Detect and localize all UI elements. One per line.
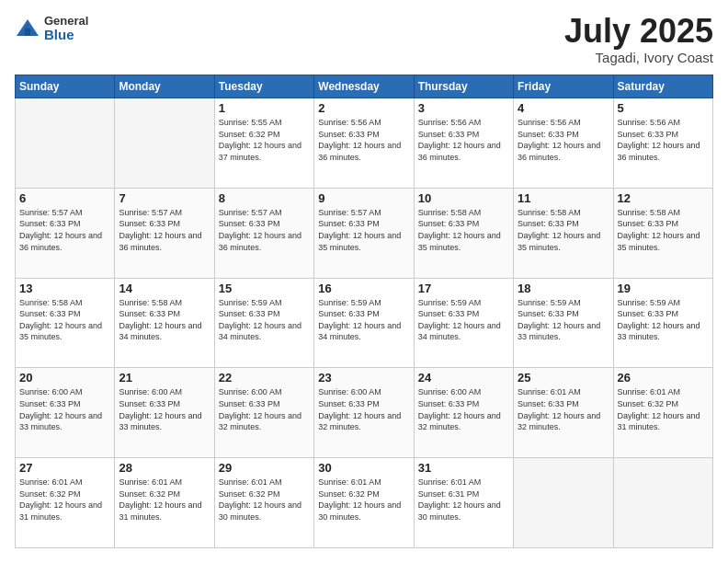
day-number: 10	[418, 191, 509, 205]
day-number: 24	[418, 371, 509, 385]
calendar-cell: 27Sunrise: 6:01 AMSunset: 6:32 PMDayligh…	[16, 458, 115, 548]
day-number: 29	[219, 461, 310, 475]
logo: General Blue	[15, 15, 88, 43]
weekday-header: Wednesday	[314, 75, 414, 98]
day-number: 1	[219, 101, 310, 115]
logo-text: General Blue	[44, 15, 88, 43]
calendar-cell: 17Sunrise: 5:59 AMSunset: 6:33 PMDayligh…	[414, 278, 513, 368]
day-number: 4	[518, 101, 609, 115]
day-info: Sunrise: 5:59 AMSunset: 6:33 PMDaylight:…	[518, 297, 609, 343]
weekday-header: Sunday	[16, 75, 115, 98]
day-number: 28	[119, 461, 210, 475]
day-info: Sunrise: 6:00 AMSunset: 6:33 PMDaylight:…	[318, 386, 409, 432]
calendar-cell: 8Sunrise: 5:57 AMSunset: 6:33 PMDaylight…	[214, 188, 313, 278]
calendar-cell: 29Sunrise: 6:01 AMSunset: 6:32 PMDayligh…	[214, 458, 313, 548]
calendar-cell: 9Sunrise: 5:57 AMSunset: 6:33 PMDaylight…	[314, 188, 414, 278]
day-number: 18	[518, 282, 609, 295]
logo-icon	[15, 16, 40, 41]
day-info: Sunrise: 5:56 AMSunset: 6:33 PMDaylight:…	[318, 117, 409, 163]
day-info: Sunrise: 5:56 AMSunset: 6:33 PMDaylight:…	[418, 117, 509, 163]
day-number: 23	[318, 371, 409, 385]
day-number: 12	[618, 191, 709, 205]
day-info: Sunrise: 5:57 AMSunset: 6:33 PMDaylight:…	[119, 207, 210, 253]
day-number: 5	[618, 101, 709, 115]
day-info: Sunrise: 6:01 AMSunset: 6:32 PMDaylight:…	[318, 477, 409, 523]
day-info: Sunrise: 6:00 AMSunset: 6:33 PMDaylight:…	[119, 386, 210, 432]
day-number: 16	[318, 282, 409, 295]
day-number: 7	[119, 191, 210, 205]
weekday-header: Monday	[115, 75, 214, 98]
day-number: 14	[119, 282, 210, 295]
day-number: 30	[318, 461, 409, 475]
day-info: Sunrise: 5:59 AMSunset: 6:33 PMDaylight:…	[219, 297, 310, 343]
page: General Blue July 2025 Tagadi, Ivory Coa…	[0, 0, 728, 563]
calendar-cell	[16, 98, 115, 189]
day-number: 17	[418, 282, 509, 295]
calendar-cell: 28Sunrise: 6:01 AMSunset: 6:32 PMDayligh…	[115, 458, 214, 548]
day-info: Sunrise: 6:01 AMSunset: 6:32 PMDaylight:…	[618, 386, 709, 432]
day-number: 13	[19, 282, 110, 295]
day-number: 19	[618, 282, 709, 295]
calendar-week-row: 20Sunrise: 6:00 AMSunset: 6:33 PMDayligh…	[16, 368, 713, 458]
calendar-cell: 13Sunrise: 5:58 AMSunset: 6:33 PMDayligh…	[16, 278, 115, 368]
calendar-cell	[115, 98, 214, 189]
month-title: July 2025	[564, 15, 713, 48]
calendar-cell: 22Sunrise: 6:00 AMSunset: 6:33 PMDayligh…	[214, 368, 313, 458]
weekday-header: Thursday	[414, 75, 513, 98]
calendar-cell	[514, 458, 613, 548]
day-number: 21	[119, 371, 210, 385]
day-info: Sunrise: 5:57 AMSunset: 6:33 PMDaylight:…	[19, 207, 110, 253]
day-info: Sunrise: 6:01 AMSunset: 6:31 PMDaylight:…	[418, 477, 509, 523]
day-number: 22	[219, 371, 310, 385]
calendar-week-row: 1Sunrise: 5:55 AMSunset: 6:32 PMDaylight…	[16, 98, 713, 189]
calendar-week-row: 27Sunrise: 6:01 AMSunset: 6:32 PMDayligh…	[16, 458, 713, 548]
day-info: Sunrise: 6:00 AMSunset: 6:33 PMDaylight:…	[418, 386, 509, 432]
calendar-cell: 30Sunrise: 6:01 AMSunset: 6:32 PMDayligh…	[314, 458, 414, 548]
day-number: 25	[518, 371, 609, 385]
day-number: 20	[19, 371, 110, 385]
day-number: 31	[418, 461, 509, 475]
day-info: Sunrise: 5:56 AMSunset: 6:33 PMDaylight:…	[618, 117, 709, 163]
calendar-cell: 2Sunrise: 5:56 AMSunset: 6:33 PMDaylight…	[314, 98, 414, 189]
day-info: Sunrise: 5:59 AMSunset: 6:33 PMDaylight:…	[618, 297, 709, 343]
day-info: Sunrise: 5:59 AMSunset: 6:33 PMDaylight:…	[418, 297, 509, 343]
day-info: Sunrise: 6:01 AMSunset: 6:33 PMDaylight:…	[518, 386, 609, 432]
calendar-table: SundayMondayTuesdayWednesdayThursdayFrid…	[15, 75, 713, 548]
day-number: 11	[518, 191, 609, 205]
day-number: 26	[618, 371, 709, 385]
day-number: 27	[19, 461, 110, 475]
day-number: 6	[19, 191, 110, 205]
calendar-week-row: 6Sunrise: 5:57 AMSunset: 6:33 PMDaylight…	[16, 188, 713, 278]
calendar-cell: 24Sunrise: 6:00 AMSunset: 6:33 PMDayligh…	[414, 368, 513, 458]
calendar-cell: 4Sunrise: 5:56 AMSunset: 6:33 PMDaylight…	[514, 98, 613, 189]
logo-blue: Blue	[44, 28, 88, 43]
calendar-cell: 31Sunrise: 6:01 AMSunset: 6:31 PMDayligh…	[414, 458, 513, 548]
day-number: 2	[318, 101, 409, 115]
day-info: Sunrise: 5:59 AMSunset: 6:33 PMDaylight:…	[318, 297, 409, 343]
calendar-cell: 18Sunrise: 5:59 AMSunset: 6:33 PMDayligh…	[514, 278, 613, 368]
calendar-cell: 11Sunrise: 5:58 AMSunset: 6:33 PMDayligh…	[514, 188, 613, 278]
calendar-cell: 5Sunrise: 5:56 AMSunset: 6:33 PMDaylight…	[613, 98, 712, 189]
calendar-cell	[613, 458, 712, 548]
header: General Blue July 2025 Tagadi, Ivory Coa…	[15, 15, 713, 65]
day-number: 15	[219, 282, 310, 295]
day-number: 3	[418, 101, 509, 115]
logo-general: General	[44, 15, 88, 28]
calendar-cell: 19Sunrise: 5:59 AMSunset: 6:33 PMDayligh…	[613, 278, 712, 368]
day-info: Sunrise: 5:58 AMSunset: 6:33 PMDaylight:…	[618, 207, 709, 253]
calendar-cell: 10Sunrise: 5:58 AMSunset: 6:33 PMDayligh…	[414, 188, 513, 278]
calendar-cell: 14Sunrise: 5:58 AMSunset: 6:33 PMDayligh…	[115, 278, 214, 368]
day-info: Sunrise: 5:56 AMSunset: 6:33 PMDaylight:…	[518, 117, 609, 163]
weekday-header: Saturday	[613, 75, 712, 98]
calendar-cell: 26Sunrise: 6:01 AMSunset: 6:32 PMDayligh…	[613, 368, 712, 458]
weekday-header-row: SundayMondayTuesdayWednesdayThursdayFrid…	[16, 75, 713, 98]
title-block: July 2025 Tagadi, Ivory Coast	[564, 15, 713, 65]
day-info: Sunrise: 6:00 AMSunset: 6:33 PMDaylight:…	[19, 386, 110, 432]
day-info: Sunrise: 6:01 AMSunset: 6:32 PMDaylight:…	[119, 477, 210, 523]
day-info: Sunrise: 5:58 AMSunset: 6:33 PMDaylight:…	[518, 207, 609, 253]
day-info: Sunrise: 6:00 AMSunset: 6:33 PMDaylight:…	[219, 386, 310, 432]
calendar-cell: 7Sunrise: 5:57 AMSunset: 6:33 PMDaylight…	[115, 188, 214, 278]
calendar-cell: 23Sunrise: 6:00 AMSunset: 6:33 PMDayligh…	[314, 368, 414, 458]
calendar-cell: 16Sunrise: 5:59 AMSunset: 6:33 PMDayligh…	[314, 278, 414, 368]
day-info: Sunrise: 5:57 AMSunset: 6:33 PMDaylight:…	[219, 207, 310, 253]
